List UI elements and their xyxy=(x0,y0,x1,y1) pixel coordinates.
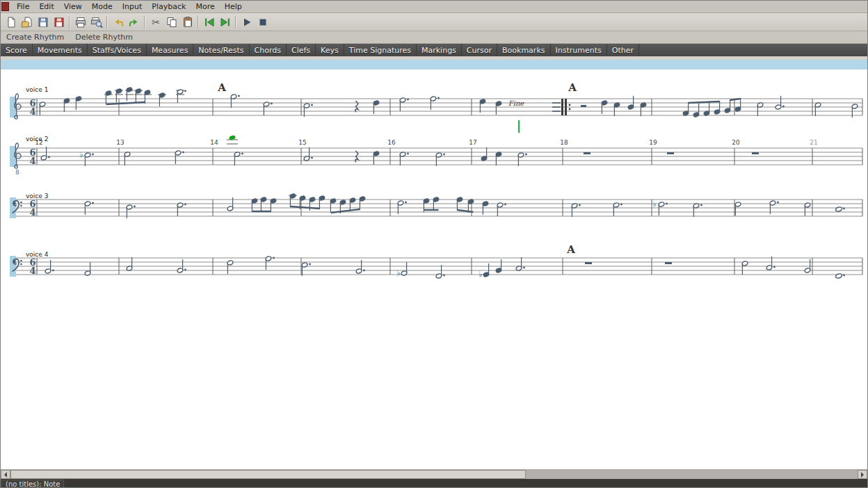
tab-clefs[interactable]: Clefs xyxy=(287,44,316,56)
rehearsal-mark: A xyxy=(568,81,577,94)
save-as-icon[interactable] xyxy=(51,15,67,30)
print-icon[interactable] xyxy=(72,15,88,30)
note-head[interactable] xyxy=(835,206,843,212)
rehearsal-mark: A xyxy=(217,81,226,94)
augmentation-dot xyxy=(273,257,275,259)
menu-view[interactable]: View xyxy=(59,1,87,12)
rhythm-toolbar: Create Rhythm Delete Rhythm xyxy=(1,31,867,44)
tab-score[interactable]: Score xyxy=(1,44,33,56)
repeat-barline xyxy=(561,99,563,115)
toolbar-separator xyxy=(198,16,199,29)
delete-rhythm-button[interactable]: Delete Rhythm xyxy=(75,33,133,42)
tab-chords[interactable]: Chords xyxy=(250,44,287,56)
print-preview-icon[interactable] xyxy=(88,15,104,30)
augmentation-dot xyxy=(443,154,445,156)
app-icon[interactable] xyxy=(1,2,9,11)
scroll-right-button[interactable] xyxy=(858,470,867,479)
augmentation-dot xyxy=(184,90,186,92)
augmentation-dot xyxy=(843,275,845,277)
tab-staffs-voices[interactable]: Staffs/Voices xyxy=(88,44,147,56)
menu-help[interactable]: Help xyxy=(220,1,247,12)
status-text: (no titles): Note xyxy=(1,480,64,488)
menu-file[interactable]: File xyxy=(12,1,34,12)
voice-1-label: voice 1 xyxy=(26,86,48,93)
menu-edit[interactable]: Edit xyxy=(34,1,58,12)
menu-mode[interactable]: Mode xyxy=(87,1,118,12)
augmentation-dot xyxy=(134,206,136,208)
copy-icon[interactable] xyxy=(163,15,179,30)
measure-number: 13 xyxy=(116,139,124,146)
time-signature-denominator: 4 xyxy=(29,266,35,276)
play-icon[interactable] xyxy=(239,15,255,30)
time-signature-denominator: 4 xyxy=(29,156,35,166)
augmentation-dot xyxy=(620,204,622,206)
toolbar-separator xyxy=(69,16,70,29)
augmentation-dot xyxy=(92,154,94,156)
go-last-icon[interactable] xyxy=(217,15,233,30)
fine-mark: Fine xyxy=(508,99,525,107)
scroll-left-button[interactable] xyxy=(1,470,10,479)
tab-notes-rests[interactable]: Notes/Rests xyxy=(193,44,249,56)
score-svg[interactable]: 64AAFine864♭64♭64♭♭A12131415161718192021 xyxy=(1,56,868,469)
score-canvas[interactable]: 64AAFine864♭64♭64♭♭A12131415161718192021… xyxy=(1,56,868,469)
augmentation-dot xyxy=(309,263,311,266)
tab-cursor[interactable]: Cursor xyxy=(462,44,497,56)
augmentation-dot xyxy=(666,203,668,205)
augmentation-dot xyxy=(525,154,527,156)
half-rest xyxy=(581,105,586,107)
tab-movements[interactable]: Movements xyxy=(33,44,88,56)
tab-markings[interactable]: Markings xyxy=(417,44,462,56)
time-signature-denominator: 4 xyxy=(29,207,35,218)
augmentation-dot xyxy=(311,104,313,106)
augmentation-dot xyxy=(271,103,273,105)
create-rhythm-button[interactable]: Create Rhythm xyxy=(6,33,64,42)
augmentation-dot xyxy=(843,208,845,210)
voice-3-label: voice 3 xyxy=(26,193,48,200)
augmentation-dot xyxy=(184,269,186,271)
redo-icon[interactable] xyxy=(126,15,142,30)
tab-other[interactable]: Other xyxy=(607,44,639,56)
menu-input[interactable]: Input xyxy=(118,1,147,12)
augmentation-dot xyxy=(782,106,785,108)
left-arrow-icon xyxy=(1,472,7,478)
stop-icon[interactable] xyxy=(255,15,271,30)
augmentation-dot xyxy=(182,152,184,154)
menu-playback[interactable]: Playback xyxy=(147,1,191,12)
tab-keys[interactable]: Keys xyxy=(316,44,344,56)
measure-number: 19 xyxy=(649,139,657,146)
open-file-icon[interactable] xyxy=(19,15,35,30)
toolbar: ✂ xyxy=(1,13,867,31)
edit-cursor[interactable] xyxy=(518,120,520,133)
save-file-icon[interactable] xyxy=(35,15,51,30)
go-first-icon[interactable] xyxy=(201,15,217,30)
augmentation-dot xyxy=(777,202,779,204)
undo-icon[interactable] xyxy=(110,15,126,30)
new-file-icon[interactable] xyxy=(3,15,19,30)
paste-icon[interactable] xyxy=(179,15,195,30)
measure-number: 21 xyxy=(810,139,817,146)
augmentation-dot xyxy=(405,202,407,204)
augmentation-dot xyxy=(52,270,54,272)
tab-bookmarks[interactable]: Bookmarks xyxy=(497,44,550,56)
horizontal-scrollbar[interactable] xyxy=(1,469,867,479)
right-arrow-icon xyxy=(861,472,867,478)
measure-number: 17 xyxy=(469,139,476,146)
augmentation-dot xyxy=(579,204,581,206)
tab-measures[interactable]: Measures xyxy=(147,44,193,56)
augmentation-dot xyxy=(92,202,94,204)
scrollbar-thumb[interactable] xyxy=(10,470,526,479)
augmentation-dot xyxy=(504,204,506,206)
tab-instruments[interactable]: Instruments xyxy=(551,44,607,56)
svg-text:✂: ✂ xyxy=(152,17,160,28)
flat-accidental: ♭ xyxy=(479,270,482,279)
cut-icon[interactable]: ✂ xyxy=(147,15,163,30)
category-tab-bar: ScoreMovementsStaffs/VoicesMeasuresNotes… xyxy=(1,44,867,56)
tab-time-signatures[interactable]: Time Signatures xyxy=(344,44,417,56)
scrollbar-track[interactable] xyxy=(10,470,858,479)
note-head[interactable] xyxy=(835,273,843,279)
augmentation-dot xyxy=(437,97,440,99)
augmentation-dot xyxy=(523,267,525,269)
menu-more[interactable]: More xyxy=(191,1,219,12)
clef-octave-8: 8 xyxy=(15,169,19,176)
whole-rest xyxy=(667,152,674,154)
